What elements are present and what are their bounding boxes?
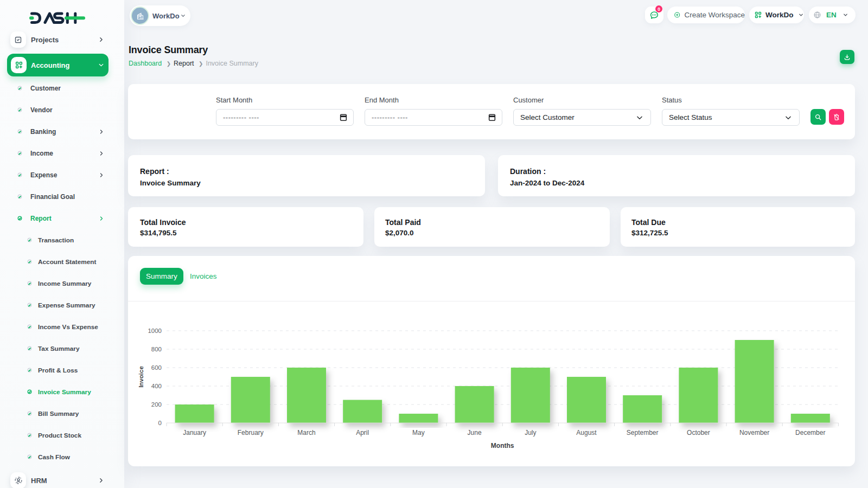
svg-text:November: November [739, 429, 769, 436]
svg-text:Months: Months [491, 442, 514, 450]
svg-text:July: July [525, 429, 536, 436]
svg-text:May: May [412, 429, 425, 436]
svg-text:January: January [183, 429, 206, 436]
svg-text:December: December [795, 429, 825, 436]
svg-text:1000: 1000 [148, 328, 162, 334]
svg-text:September: September [627, 429, 659, 436]
svg-text:March: March [297, 429, 315, 436]
svg-text:0: 0 [158, 420, 162, 426]
svg-text:October: October [687, 429, 710, 436]
svg-text:June: June [468, 429, 482, 436]
svg-text:200: 200 [151, 401, 162, 408]
svg-text:400: 400 [151, 383, 162, 389]
svg-text:Invoice: Invoice [138, 366, 144, 388]
svg-text:600: 600 [151, 364, 162, 371]
svg-text:February: February [238, 429, 264, 436]
svg-text:August: August [576, 429, 597, 436]
svg-text:800: 800 [151, 346, 162, 352]
svg-text:April: April [356, 429, 369, 436]
